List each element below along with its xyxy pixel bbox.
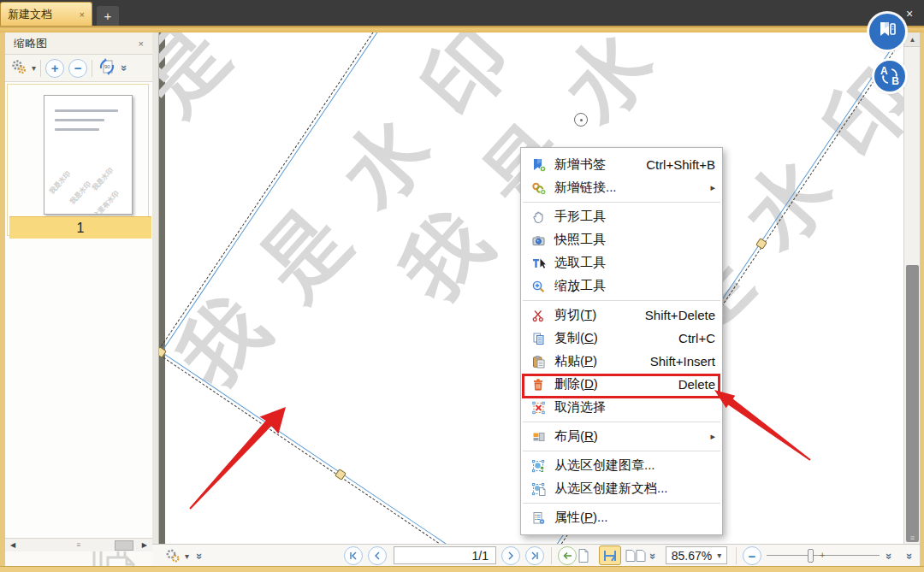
- menu-label: 快照工具: [554, 232, 606, 248]
- status-gear-icon[interactable]: [164, 547, 181, 564]
- menu-item-cut[interactable]: 剪切(T) Shift+Delete: [521, 304, 722, 327]
- menu-item-zoom-tool[interactable]: 缩放工具: [521, 274, 722, 298]
- two-page-view-icon[interactable]: [625, 549, 647, 563]
- submenu-arrow-icon: ▸: [710, 431, 715, 442]
- thumbnail-cell-selected[interactable]: 我是水印 我是水印 我是水印 这里有水印 1: [7, 84, 149, 236]
- rotate-page-icon[interactable]: 90: [97, 56, 117, 80]
- paste-icon: [531, 355, 547, 369]
- page-number-input[interactable]: 1/1: [394, 546, 496, 564]
- window-border: [0, 32, 5, 572]
- menu-label: 新增链接...: [554, 180, 617, 196]
- menu-label: 粘贴(P): [554, 353, 597, 369]
- view-modes-chevron-icon[interactable]: »: [648, 553, 659, 559]
- panel-close-icon[interactable]: ×: [139, 38, 144, 49]
- menu-label: 手形工具: [554, 209, 606, 225]
- more-status-chevron-icon[interactable]: »: [884, 553, 895, 559]
- menu-shortcut: Shift+Insert: [650, 354, 715, 369]
- thumbnail-list: 我是水印 我是水印 我是水印 这里有水印 1: [5, 82, 152, 551]
- scrollbar-thumb[interactable]: [115, 540, 133, 551]
- cut-icon: [531, 309, 547, 322]
- newdoc-from-selection-icon: [531, 482, 547, 496]
- pdf-editor-window: 新建文档 × + × 缩略图 × ▾ + − 90: [0, 0, 924, 572]
- thumb-text-line: [55, 119, 104, 121]
- tab-new-document[interactable]: 新建文档 ×: [0, 2, 92, 26]
- select-tool-icon: [531, 257, 547, 270]
- scroll-up-icon: ▲: [909, 36, 916, 44]
- deselect-icon: [531, 401, 547, 415]
- layout-icon: [531, 430, 547, 444]
- page-thumbnail[interactable]: 我是水印 我是水印 我是水印 这里有水印: [44, 95, 133, 215]
- scroll-up-button[interactable]: ▲: [904, 32, 921, 47]
- last-page-button[interactable]: [525, 546, 544, 565]
- zoom-value: 85.67%: [672, 549, 712, 563]
- single-page-view-icon[interactable]: [577, 548, 590, 563]
- previous-page-button[interactable]: [368, 546, 387, 565]
- options-gear-icon[interactable]: [10, 58, 27, 79]
- minus-icon: −: [74, 62, 82, 74]
- menu-item-copy[interactable]: 复制(C) Ctrl+C: [521, 327, 722, 350]
- previous-view-button[interactable]: [558, 546, 577, 565]
- thumb-watermark: 我是水印: [90, 166, 116, 192]
- divider: [736, 547, 737, 564]
- window-close-button[interactable]: ×: [898, 5, 921, 22]
- zoom-level-select[interactable]: 85.67% ▾: [666, 546, 727, 564]
- menu-label: 属性(P)...: [554, 510, 608, 526]
- status-dropdown-icon[interactable]: ▾: [185, 551, 189, 561]
- scrollbar-thumb[interactable]: ≡: [906, 265, 919, 542]
- first-page-button[interactable]: [344, 546, 363, 565]
- tab-close-icon[interactable]: ×: [80, 9, 85, 20]
- thumb-text-line: [55, 128, 99, 131]
- panel-splitter[interactable]: [152, 32, 159, 544]
- menu-item-create-document-from-selection[interactable]: 从选区创建新文档...: [521, 477, 722, 500]
- selection-center-mark[interactable]: [574, 113, 588, 127]
- zoom-out-thumbnails-button[interactable]: −: [68, 59, 87, 78]
- translate-floating-button[interactable]: A B: [874, 61, 905, 91]
- page-number-band[interactable]: 1: [9, 216, 151, 239]
- scroll-right-icon[interactable]: ▶: [142, 541, 147, 549]
- document-vertical-scrollbar[interactable]: ▲ ≡: [903, 32, 920, 544]
- hand-tool-icon: [531, 210, 547, 224]
- thumb-watermark: 我是水印: [47, 169, 73, 196]
- menu-item-hand-tool[interactable]: 手形工具: [521, 205, 722, 228]
- read-mode-floating-button[interactable]: [869, 14, 905, 50]
- menu-item-create-stamp-from-selection[interactable]: 从选区创建图章...: [521, 454, 722, 477]
- translate-icon: A B: [880, 66, 900, 86]
- menu-item-snapshot-tool[interactable]: 快照工具: [521, 228, 722, 251]
- properties-icon: [531, 511, 547, 525]
- zoom-in-thumbnails-button[interactable]: +: [45, 59, 64, 78]
- divider: [40, 60, 41, 77]
- thumbnails-horizontal-scrollbar[interactable]: ◀ ≡ ▶: [5, 538, 152, 551]
- more-tools-chevron-icon[interactable]: »: [119, 65, 130, 71]
- menu-item-new-bookmark[interactable]: 新增书签 Ctrl+Shift+B: [521, 153, 722, 176]
- status-chevron-icon[interactable]: »: [194, 553, 205, 559]
- menu-label: 布局(R): [554, 428, 598, 445]
- menu-label: 从选区创建新文档...: [554, 481, 668, 497]
- thumb-watermark: 我是水印: [68, 180, 93, 206]
- next-page-button[interactable]: [501, 546, 520, 565]
- zoom-out-button[interactable]: −: [743, 546, 761, 565]
- thumb-text-line: [55, 109, 118, 112]
- context-menu: 新增书签 Ctrl+Shift+B 新增链接... ▸ 手形工具 快照工具 选取…: [520, 147, 723, 535]
- collapse-status-chevron-icon[interactable]: »: [904, 553, 915, 559]
- tab-bar: 新建文档 × + ×: [0, 0, 924, 26]
- window-border: [920, 32, 924, 572]
- scroll-left-icon[interactable]: ◀: [10, 541, 15, 549]
- menu-item-select-tool[interactable]: 选取工具: [521, 251, 722, 274]
- menu-item-layout[interactable]: 布局(R) ▸: [521, 425, 722, 448]
- menu-item-new-link[interactable]: 新增链接... ▸: [521, 176, 722, 199]
- thumbnails-panel: 缩略图 × ▾ + − 90 » 我是水印: [5, 32, 152, 566]
- menu-item-paste[interactable]: 粘贴(P) Shift+Insert: [521, 350, 722, 373]
- menu-item-properties[interactable]: 属性(P)...: [521, 506, 722, 529]
- stamp-from-selection-icon: [531, 459, 547, 473]
- new-tab-button[interactable]: +: [97, 6, 119, 26]
- options-dropdown-icon[interactable]: ▾: [32, 63, 36, 73]
- window-border: [0, 566, 924, 572]
- menu-label: 从选区创建图章...: [554, 457, 655, 474]
- divider: [92, 60, 92, 77]
- plus-icon: +: [104, 9, 112, 23]
- fit-width-button-active[interactable]: [599, 545, 621, 565]
- zoom-slider-handle[interactable]: [808, 549, 814, 563]
- menu-item-deselect[interactable]: 取消选择: [521, 396, 722, 419]
- reader-icon: [876, 19, 898, 44]
- menu-label: 缩放工具: [554, 278, 606, 294]
